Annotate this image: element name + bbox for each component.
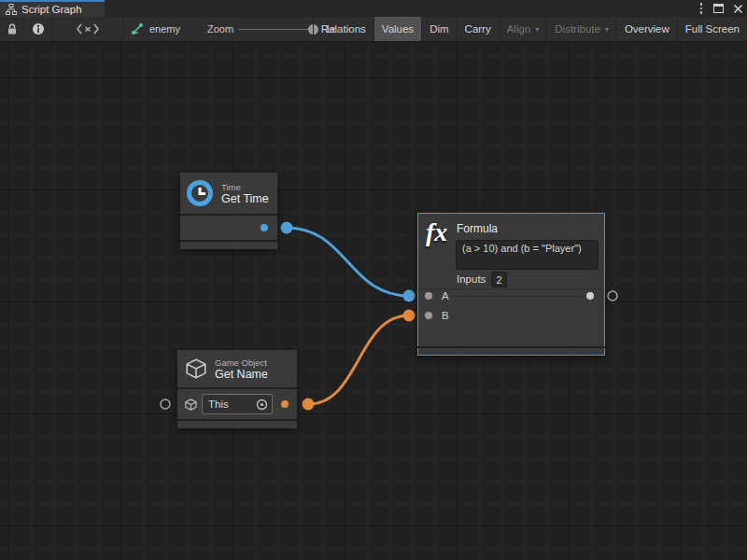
window-tab-bar: Script Graph xyxy=(0,0,747,17)
formula-input-a-port[interactable] xyxy=(425,292,432,300)
inputs-label: Inputs xyxy=(457,273,486,285)
node-category: Game Object xyxy=(215,357,268,368)
toolbar-buttons: Relations Values Dim Carry Align▾ Distri… xyxy=(313,17,747,41)
wire-endpoint-dot[interactable] xyxy=(303,399,315,411)
dim-ports-button[interactable] xyxy=(52,17,123,41)
carry-button[interactable]: Carry xyxy=(457,17,499,41)
clock-icon xyxy=(186,179,214,207)
tab-script-graph[interactable]: Script Graph xyxy=(0,0,105,17)
maximize-icon[interactable] xyxy=(713,4,724,13)
formula-input-b-port[interactable] xyxy=(425,312,432,319)
node-get-name[interactable]: Game Object Get Name This xyxy=(177,350,297,428)
overview-button[interactable]: Overview xyxy=(616,17,677,41)
node-get-time[interactable]: Time Get Time xyxy=(180,173,277,249)
node-title: Get Name xyxy=(215,368,268,381)
node-title: Formula xyxy=(457,222,498,235)
node-footer xyxy=(177,421,297,428)
wire-endpoint-dot[interactable] xyxy=(403,290,416,302)
align-button[interactable]: Align▾ xyxy=(499,17,547,41)
get-name-target-input-port[interactable] xyxy=(161,399,170,409)
node-header: Game Object Get Name xyxy=(177,350,297,387)
node-title: Get Time xyxy=(221,192,269,205)
connection-get-time-to-formula-a[interactable] xyxy=(287,228,409,296)
node-header: Time Get Time xyxy=(180,173,277,214)
wire-endpoint-dot[interactable] xyxy=(403,310,416,322)
object-picker-icon[interactable] xyxy=(256,399,268,411)
target-cube-icon xyxy=(184,398,198,412)
target-field[interactable]: This xyxy=(202,394,273,414)
graph-toolbar: enemy Zoom 1x Relations Values Dim Carry… xyxy=(0,17,747,42)
breadcrumb-label: enemy xyxy=(149,23,180,35)
distribute-button[interactable]: Distribute▾ xyxy=(546,17,616,41)
values-button[interactable]: Values xyxy=(374,17,421,41)
connection-get-name-to-formula-b[interactable] xyxy=(308,315,409,404)
angle-brackets-x-icon xyxy=(77,23,99,35)
game-object-cube-icon xyxy=(184,357,208,381)
window-menu-icon[interactable] xyxy=(698,1,705,16)
info-icon xyxy=(32,22,45,35)
node-category: Time xyxy=(221,182,269,192)
script-graph-icon xyxy=(6,4,17,15)
get-time-output-port[interactable] xyxy=(261,224,268,231)
info-button[interactable] xyxy=(24,17,52,41)
divider xyxy=(418,288,604,289)
lock-button[interactable] xyxy=(0,17,24,41)
zoom-slider-track[interactable] xyxy=(238,29,317,30)
inputs-count-field[interactable]: 2 xyxy=(491,272,507,287)
node-footer xyxy=(180,242,277,249)
target-value: This xyxy=(203,399,256,410)
connections-layer xyxy=(0,42,747,560)
formula-fx-icon: fx xyxy=(426,217,458,247)
chevron-down-icon: ▾ xyxy=(605,25,609,34)
breadcrumb[interactable]: enemy xyxy=(131,17,180,41)
formula-result-port-dot[interactable] xyxy=(586,292,594,300)
relations-button[interactable]: Relations xyxy=(313,17,374,41)
chevron-down-icon: ▾ xyxy=(535,25,539,34)
dim-button[interactable]: Dim xyxy=(421,17,456,41)
wire-endpoint-dot[interactable] xyxy=(281,222,293,234)
formula-expression-field[interactable]: (a > 10) and (b = "Player") xyxy=(456,240,599,270)
port-row-line xyxy=(452,296,583,297)
tab-title: Script Graph xyxy=(21,4,82,15)
full-screen-button[interactable]: Full Screen xyxy=(677,17,747,41)
port-a-label: A xyxy=(442,290,449,301)
graph-canvas[interactable]: Time Get Time fx Formula (a > 10) and (b… xyxy=(0,42,747,560)
port-b-label: B xyxy=(442,310,449,321)
formula-result-port[interactable] xyxy=(608,291,617,301)
close-icon[interactable] xyxy=(733,4,743,14)
get-name-output-port[interactable] xyxy=(281,400,289,408)
node-formula[interactable]: fx Formula (a > 10) and (b = "Player") I… xyxy=(417,213,605,356)
graph-breadcrumb-icon xyxy=(131,22,144,35)
lock-icon xyxy=(6,22,19,35)
zoom-label: Zoom xyxy=(207,23,233,35)
